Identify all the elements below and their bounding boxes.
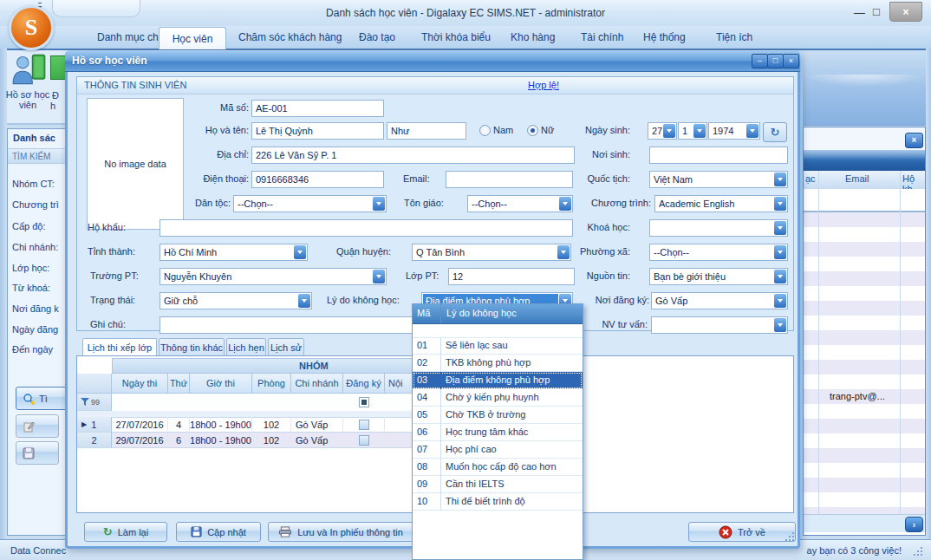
input-ten[interactable]: Như [387, 122, 466, 140]
select-tinh-thanh[interactable]: Hồ Chí Minh [160, 244, 308, 261]
select-trang-thai[interactable]: Giữ chỗ [160, 292, 312, 309]
dropdown-item[interactable]: 01Sẽ liên lạc sau [413, 337, 583, 355]
select-ton-giao[interactable]: --Chọn-- [467, 195, 573, 212]
dropdown-item[interactable]: 07Học phí cao [413, 441, 583, 459]
window-minimize-button[interactable]: — [854, 6, 865, 19]
select-phuong-xa[interactable]: --Chọn-- [649, 244, 788, 261]
redo-button[interactable]: ↻ Làm lại [84, 522, 167, 542]
radio-nam[interactable] [479, 125, 491, 136]
select-quan-huyen[interactable]: Q Tân Bình [412, 244, 571, 261]
label-noi-dang-ky: Nơi đăng ký: [582, 295, 649, 305]
menu-kho-hang[interactable]: Kho hàng [511, 31, 555, 43]
dialog-title-bar[interactable]: Hồ sơ học viên – □ × [65, 51, 800, 72]
select-dan-toc[interactable]: --Chọn-- [233, 195, 387, 212]
dropdown-item[interactable]: 04Chờ ý kiến phụ huynh [413, 389, 583, 407]
column-header-email[interactable]: Email [845, 173, 869, 184]
menu-thoi-khoa-bieu[interactable]: Thời khóa biểu [421, 31, 491, 43]
ribbon-item2-icon-partial[interactable] [50, 55, 66, 80]
input-ma-so[interactable]: AE-001 [251, 100, 384, 117]
label-lop-pt: Lớp PT: [406, 270, 439, 281]
save-button[interactable] [16, 441, 59, 465]
app-logo-icon[interactable]: S [9, 5, 54, 50]
dropdown-empty-row[interactable] [413, 323, 583, 338]
edit-button[interactable] [16, 414, 59, 438]
dropdown-item[interactable]: 08Muốn học cấp độ cao hơn [413, 459, 583, 476]
dialog-maximize-button[interactable]: □ [767, 54, 784, 68]
right-toolbar-panel [803, 50, 926, 126]
grid-rows-striped[interactable] [804, 212, 925, 514]
ribbon-item-ho-so-hoc-vien[interactable]: Hồ sơ học viên [5, 89, 50, 110]
tab-thong-tin-khac[interactable]: Thông tin khác [159, 338, 225, 356]
dropdown-item[interactable]: 05Chờ TKB ở trường [413, 407, 583, 424]
col-header-ngay-thi[interactable]: Ngày thi [112, 374, 168, 394]
col-header-thu[interactable]: Thứ [168, 374, 190, 394]
select-birth-month[interactable]: 1 [678, 122, 707, 140]
dropdown-item[interactable]: 10Thi để biết trình độ [413, 493, 583, 511]
select-khoa-hoc[interactable] [649, 219, 788, 237]
menu-hoc-vien-active[interactable]: Học viên [159, 27, 226, 49]
input-ho-khau[interactable] [160, 219, 573, 237]
dialog-close-button[interactable]: × [783, 54, 799, 68]
save-print-button[interactable]: Lưu và In phiếu thông tin [268, 522, 413, 542]
back-button[interactable]: Trở về [688, 522, 796, 542]
input-dien-thoai[interactable]: 0916668346 [251, 171, 384, 188]
input-ho-ten[interactable]: Lê Thị Quỳnh [251, 122, 384, 140]
valid-link[interactable]: Hợp lệ! [528, 80, 559, 90]
scroll-right-icon[interactable]: › [905, 517, 923, 532]
horizontal-scrollbar[interactable]: › [804, 514, 925, 532]
col-header-dang-ky[interactable]: Đăng ký [343, 374, 385, 394]
tab-lich-su[interactable]: Lịch sử [268, 338, 304, 356]
dang-ky-checkbox[interactable] [359, 435, 369, 446]
select-birth-day[interactable]: 27 [648, 122, 677, 140]
dialog-minimize-button[interactable]: – [752, 54, 768, 68]
col-header-phong[interactable]: Phòng [252, 374, 291, 394]
dropdown-item[interactable]: 06Học trung tâm khác [413, 424, 583, 441]
window-maximize-button[interactable]: □ [873, 5, 880, 18]
dropdown-item[interactable]: 02TKB không phù hợp [413, 355, 583, 372]
cell-dang-ky [343, 433, 385, 448]
refresh-date-button[interactable]: ↻ [763, 122, 787, 142]
input-email[interactable] [446, 171, 573, 188]
select-nv-tu-van[interactable] [651, 316, 788, 334]
column-header-lien-lac-cut[interactable]: ạc [805, 173, 816, 184]
label-quan-huyen: Quận huyện: [336, 246, 391, 257]
col-header-chi-nhanh[interactable]: Chi nhánh [291, 374, 343, 394]
dang-ky-checkbox[interactable] [359, 420, 369, 430]
select-noi-dang-ky[interactable]: Gò Vấp [651, 292, 788, 309]
student-records-icon[interactable] [12, 54, 47, 85]
menu-tien-ich[interactable]: Tiện ích [716, 31, 752, 43]
quick-access-toolbar[interactable] [52, 0, 140, 17]
input-dia-chi[interactable]: 226 Lê Văn Sỹ P. 1 [251, 147, 575, 164]
photo-placeholder[interactable]: No image data [87, 98, 184, 230]
radio-nu[interactable] [527, 125, 538, 136]
chevron-down-icon [774, 318, 786, 332]
panel-close-icon[interactable]: × [905, 133, 923, 148]
tab-danh-sach[interactable]: Danh sác [13, 133, 55, 143]
save-disk-icon [23, 447, 35, 459]
update-button[interactable]: Cập nhật [176, 522, 261, 542]
menu-dao-tao[interactable]: Đào tạo [359, 31, 395, 43]
select-truong-pt[interactable]: Nguyễn Khuyên [160, 268, 387, 285]
grid-frozen-row[interactable] [804, 189, 925, 212]
select-birth-year[interactable]: 1974 [708, 122, 760, 140]
dropdown-item[interactable]: 09Cần thi IELTS [413, 476, 583, 493]
select-quoc-tich[interactable]: Việt Nam [649, 171, 788, 188]
select-chuong-trinh[interactable]: Academic English [654, 195, 788, 212]
ribbon-item2-label-partial2[interactable]: h [50, 101, 55, 111]
menu-he-thong[interactable]: Hệ thống [643, 31, 686, 43]
dialog-resize-grip[interactable] [792, 539, 794, 541]
col-header-gio-thi[interactable]: Giờ thi [190, 374, 252, 394]
filter-dang-ky-checkbox[interactable] [359, 397, 369, 407]
dropdown-item-selected[interactable]: 03Địa điểm không phù hợp [413, 372, 583, 389]
tab-lich-thi-xep-lop[interactable]: Lịch thi xếp lớp [82, 338, 157, 356]
ribbon-item2-label-partial[interactable]: Đ [52, 90, 59, 101]
input-lop-pt[interactable]: 12 [448, 268, 575, 285]
select-nguon-tin[interactable]: Bạn bè giới thiệu [649, 268, 788, 285]
tab-lich-hen[interactable]: Lịch hẹn [226, 338, 266, 356]
window-close-button[interactable]: × [889, 2, 922, 22]
menu-tai-chinh[interactable]: Tài chính [581, 31, 623, 43]
filter-row-indicator[interactable]: 99 [77, 394, 112, 411]
window-resize-grip[interactable] [921, 554, 922, 556]
input-noi-sinh[interactable] [649, 147, 788, 164]
menu-cham-soc-khach-hang[interactable]: Chăm sóc khách hàng [238, 31, 342, 43]
